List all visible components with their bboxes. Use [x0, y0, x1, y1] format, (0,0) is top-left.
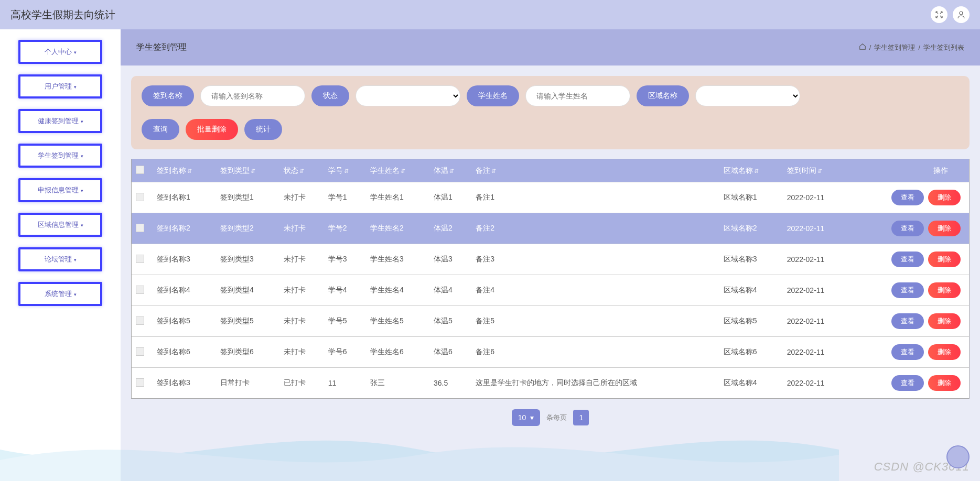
row-checkbox[interactable]	[136, 286, 144, 294]
delete-button[interactable]: 删除	[928, 252, 961, 267]
float-action-button[interactable]	[946, 445, 970, 468]
row-checkbox[interactable]	[136, 347, 144, 356]
breadcrumb-item[interactable]: 学生签到管理	[874, 43, 915, 52]
sidebar-item-label: 用户管理	[45, 82, 72, 90]
table-row[interactable]: 签到名称3 签到类型3 未打卡 学号3 学生姓名3 体温3 备注3 区域名称3 …	[132, 244, 969, 275]
sidebar-item-label: 区域信息管理	[38, 221, 79, 228]
col-status[interactable]: 状态	[279, 159, 324, 182]
cell-temp: 36.5	[429, 368, 471, 399]
cell-type: 签到类型2	[216, 213, 279, 244]
cell-area: 区域名称4	[719, 275, 783, 306]
batch-delete-button[interactable]: 批量删除	[186, 119, 238, 140]
cell-temp: 体温6	[429, 337, 471, 368]
select-all-checkbox[interactable]	[136, 166, 144, 174]
view-button[interactable]: 查看	[891, 375, 924, 391]
cell-sname: 学生姓名4	[366, 275, 429, 306]
app-header: 高校学生假期去向统计	[0, 0, 980, 29]
delete-button[interactable]: 删除	[928, 221, 961, 236]
query-button[interactable]: 查询	[142, 119, 179, 140]
cell-remark: 这里是学生打卡的地方，同时选择自己所在的区域	[471, 368, 719, 399]
table-row[interactable]: 签到名称3 日常打卡 已打卡 11 张三 36.5 这里是学生打卡的地方，同时选…	[132, 368, 969, 399]
row-checkbox[interactable]	[136, 316, 144, 325]
table-row[interactable]: 签到名称6 签到类型6 未打卡 学号6 学生姓名6 体温6 备注6 区域名称6 …	[132, 337, 969, 368]
page-title: 学生签到管理	[136, 42, 187, 53]
cell-remark: 备注4	[471, 275, 719, 306]
delete-button[interactable]: 删除	[928, 313, 961, 329]
app-title: 高校学生假期去向统计	[10, 8, 115, 22]
cell-time: 2022-02-11	[783, 368, 850, 399]
sidebar-item-users[interactable]: 用户管理	[18, 74, 102, 99]
cell-sname: 学生姓名3	[366, 244, 429, 275]
col-type[interactable]: 签到类型	[216, 159, 279, 182]
table-row[interactable]: 签到名称5 签到类型5 未打卡 学号5 学生姓名5 体温5 备注5 区域名称5 …	[132, 306, 969, 337]
cell-sid: 学号4	[324, 275, 366, 306]
row-checkbox[interactable]	[136, 255, 144, 263]
col-name[interactable]: 签到名称	[153, 159, 216, 182]
table-row[interactable]: 签到名称4 签到类型4 未打卡 学号4 学生姓名4 体温4 备注4 区域名称4 …	[132, 275, 969, 306]
fullscreen-icon[interactable]	[931, 6, 947, 23]
per-page-label: 条每页	[546, 413, 567, 422]
cell-type: 签到类型4	[216, 275, 279, 306]
view-button[interactable]: 查看	[891, 221, 924, 236]
sidebar-item-student-checkin[interactable]: 学生签到管理	[18, 144, 102, 168]
view-button[interactable]: 查看	[891, 344, 924, 360]
row-checkbox[interactable]	[136, 193, 144, 201]
cell-time: 2022-02-11	[783, 213, 850, 244]
delete-button[interactable]: 删除	[928, 190, 961, 205]
cell-status: 未打卡	[279, 275, 324, 306]
cell-temp: 体温3	[429, 244, 471, 275]
sidebar-item-system[interactable]: 系统管理	[18, 282, 102, 306]
delete-button[interactable]: 删除	[928, 375, 961, 391]
view-button[interactable]: 查看	[891, 313, 924, 329]
filter-panel: 签到名称 状态 学生姓名 区域名称 查询 批量删除 统计	[131, 76, 970, 149]
filter-status-select[interactable]	[356, 85, 460, 106]
page-size-selector[interactable]: 10 ▾	[512, 409, 541, 426]
cell-sname: 学生姓名5	[366, 306, 429, 337]
filter-status-label: 状态	[311, 85, 349, 106]
sidebar-item-forum[interactable]: 论坛管理	[18, 247, 102, 271]
view-button[interactable]: 查看	[891, 282, 924, 298]
cell-name: 签到名称3	[153, 368, 216, 399]
home-icon[interactable]	[859, 43, 866, 52]
cell-remark: 备注2	[471, 213, 719, 244]
cell-status: 未打卡	[279, 182, 324, 213]
breadcrumb-item[interactable]: 学生签到列表	[923, 43, 964, 52]
delete-button[interactable]: 删除	[928, 344, 961, 360]
page-number[interactable]: 1	[573, 410, 589, 425]
cell-status: 未打卡	[279, 213, 324, 244]
sidebar-item-label: 学生签到管理	[38, 151, 79, 159]
cell-remark: 备注5	[471, 306, 719, 337]
table-row[interactable]: 签到名称1 签到类型1 未打卡 学号1 学生姓名1 体温1 备注1 区域名称1 …	[132, 182, 969, 213]
col-area[interactable]: 区域名称	[719, 159, 783, 182]
row-checkbox[interactable]	[136, 378, 144, 387]
col-temp[interactable]: 体温	[429, 159, 471, 182]
col-sid[interactable]: 学号	[324, 159, 366, 182]
col-sname[interactable]: 学生姓名	[366, 159, 429, 182]
cell-sid: 11	[324, 368, 366, 399]
delete-button[interactable]: 删除	[928, 282, 961, 298]
filter-area-label: 区域名称	[637, 85, 689, 106]
view-button[interactable]: 查看	[891, 190, 924, 205]
cell-sid: 学号5	[324, 306, 366, 337]
user-icon[interactable]	[953, 6, 970, 23]
stats-button[interactable]: 统计	[244, 119, 282, 140]
filter-area-select[interactable]	[695, 85, 800, 106]
cell-name: 签到名称4	[153, 275, 216, 306]
sidebar-item-label: 申报信息管理	[38, 186, 79, 194]
sidebar-item-declaration[interactable]: 申报信息管理	[18, 178, 102, 202]
sidebar-item-personal[interactable]: 个人中心	[18, 40, 102, 64]
filter-student-input[interactable]	[525, 85, 630, 106]
table-row[interactable]: 签到名称2 签到类型2 未打卡 学号2 学生姓名2 体温2 备注2 区域名称2 …	[132, 213, 969, 244]
sidebar-item-health-checkin[interactable]: 健康签到管理	[18, 109, 102, 133]
col-time[interactable]: 签到时间	[783, 159, 850, 182]
row-checkbox[interactable]	[136, 224, 144, 232]
sidebar-item-label: 论坛管理	[45, 255, 72, 263]
cell-remark: 备注3	[471, 244, 719, 275]
cell-status: 未打卡	[279, 337, 324, 368]
filter-name-input[interactable]	[200, 85, 305, 106]
breadcrumb-bar: 学生签到管理 / 学生签到管理 / 学生签到列表	[121, 29, 980, 65]
view-button[interactable]: 查看	[891, 252, 924, 267]
filter-name-label: 签到名称	[142, 85, 194, 106]
col-remark[interactable]: 备注	[471, 159, 719, 182]
sidebar-item-area-info[interactable]: 区域信息管理	[18, 213, 102, 237]
